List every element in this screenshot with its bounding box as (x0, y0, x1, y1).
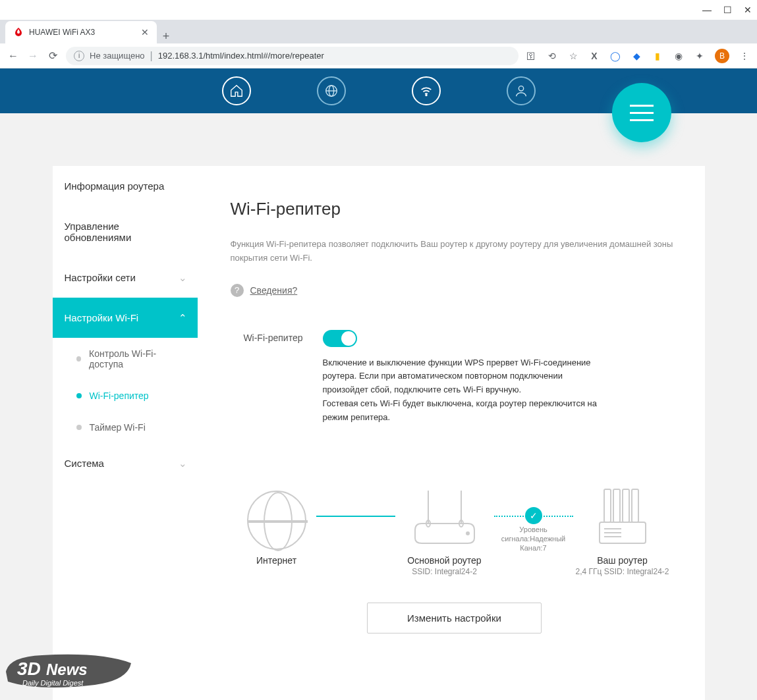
svg-rect-9 (604, 489, 611, 522)
sidebar-item-system[interactable]: Система ⌄ (53, 443, 198, 483)
sidebar-label: Настройки Wi-Fi (65, 312, 139, 323)
browser-tab[interactable]: HUAWEI WiFi AX3 ✕ (5, 21, 157, 43)
sidebar-label: Настройки сети (65, 272, 136, 283)
huawei-favicon (13, 27, 24, 38)
repeater-toggle[interactable] (323, 330, 357, 347)
svg-rect-10 (613, 489, 620, 522)
node-sublabel: SSID: Integral24-2 (412, 567, 477, 576)
node-label: Интернет (256, 555, 296, 566)
watermark: 3D News Daily Digital Digest (3, 649, 134, 697)
page-title: Wi-Fi-репитер (231, 199, 679, 219)
url-field[interactable]: i Не защищено | 192.168.3.1/html/index.h… (66, 47, 519, 65)
ext-x-icon[interactable]: X (588, 50, 600, 62)
circle-icon[interactable]: ◉ (673, 50, 685, 62)
tab-title: HUAWEI WiFi AX3 (29, 28, 136, 37)
sidebar-item-wifi-timer[interactable]: Таймер Wi-Fi (53, 412, 198, 443)
details-link[interactable]: Сведения? (250, 285, 298, 296)
chevron-down-icon: ⌄ (179, 272, 187, 284)
globe-icon (247, 491, 306, 550)
diamond-icon[interactable]: ◆ (631, 50, 642, 62)
page-background: Информация роутера Управление обновления… (0, 113, 757, 700)
key-icon[interactable]: ⚿ (525, 50, 537, 62)
sidebar-item-updates[interactable]: Управление обновлениями (53, 206, 198, 257)
nav-internet-icon[interactable] (317, 76, 346, 105)
chevron-up-icon: ⌃ (179, 312, 187, 324)
toggle-label: Wi-Fi-репитер (231, 330, 303, 343)
translate-icon[interactable]: ⟲ (546, 50, 558, 62)
node-your-router: Ваш роутер 2,4 ГГц SSID: Integral24-2 (573, 484, 672, 576)
save-button[interactable]: Изменить настройки (367, 603, 542, 633)
star-icon[interactable]: ☆ (567, 50, 579, 62)
svg-text:3D: 3D (17, 659, 41, 679)
divider: | (150, 50, 153, 62)
sidebar-item-router-info[interactable]: Информация роутера (53, 166, 198, 206)
svg-rect-12 (632, 489, 638, 522)
sidebar-item-network[interactable]: Настройки сети ⌄ (53, 257, 198, 298)
link-router-mesh: ✓ Уровень сигнала:Надежный Канал:7 (494, 516, 573, 553)
main-panel: Wi-Fi-репитер Функция Wi-Fi-репитера поз… (198, 166, 705, 700)
channel-label: Канал:7 (494, 543, 573, 552)
security-label: Не защищено (90, 51, 145, 61)
node-internet: Интернет (237, 484, 316, 566)
svg-rect-11 (623, 489, 629, 522)
sidebar-label: Система (65, 458, 104, 469)
sidebar-item-wifi-repeater[interactable]: Wi-Fi-репитер (53, 380, 198, 412)
sidebar-item-wifi[interactable]: Настройки Wi-Fi ⌃ (53, 298, 198, 338)
hamburger-menu-button[interactable] (612, 83, 671, 142)
window-controls: — ☐ ✕ (0, 0, 757, 20)
svg-point-3 (519, 86, 523, 91)
close-window-button[interactable]: ✕ (744, 5, 752, 15)
signal-label: Уровень сигнала:Надежный (494, 525, 573, 544)
page-description: Функция Wi-Fi-репитера позволяет подключ… (231, 238, 679, 265)
tab-bar: HUAWEI WiFi AX3 ✕ + (0, 20, 757, 43)
puzzle-icon[interactable]: ✦ (694, 50, 706, 62)
link-internet-router (316, 516, 395, 517)
router-icon (405, 484, 484, 550)
watermark-tagline: Daily Digital Digest (22, 679, 84, 687)
nav-wifi-icon[interactable] (412, 76, 441, 105)
tab-close-icon[interactable]: ✕ (141, 27, 149, 38)
user-badge[interactable]: B (715, 49, 729, 63)
toolbar-extensions: ⚿ ⟲ ☆ X ◯ ◆ ▮ ◉ ✦ B ⋮ (525, 49, 750, 63)
shield-icon[interactable]: ◯ (609, 50, 621, 62)
forward-button[interactable]: → (26, 50, 40, 62)
check-icon: ✓ (525, 507, 542, 524)
toggle-description-2: Гостевая сеть Wi-Fi будет выключена, ког… (323, 397, 600, 425)
question-icon: ? (231, 284, 244, 297)
node-sublabel: 2,4 ГГц SSID: Integral24-2 (576, 567, 669, 576)
router-mesh-icon (583, 484, 662, 550)
chevron-down-icon: ⌄ (179, 458, 187, 470)
nav-user-icon[interactable] (507, 76, 536, 105)
pin-icon[interactable]: ▮ (652, 50, 663, 62)
address-bar: ← → ⟳ i Не защищено | 192.168.3.1/html/i… (0, 43, 757, 68)
node-label: Ваш роутер (597, 555, 648, 566)
site-info-icon[interactable]: i (74, 51, 84, 61)
node-label: Основной роутер (407, 555, 481, 566)
top-nav (0, 68, 757, 113)
toggle-description-1: Включение и выключение функции WPS прерв… (323, 356, 600, 397)
svg-point-8 (466, 532, 469, 535)
watermark-brand: News (46, 660, 88, 678)
maximize-button[interactable]: ☐ (723, 5, 732, 15)
reload-button[interactable]: ⟳ (46, 49, 59, 62)
sidebar-item-wifi-access[interactable]: Контроль Wi-Fi-доступа (53, 338, 198, 380)
url-text: 192.168.3.1/html/index.html#/more/repeat… (158, 51, 324, 61)
topology-diagram: Интернет Основной роутер (231, 484, 679, 576)
menu-dots-icon[interactable]: ⋮ (739, 50, 750, 62)
sidebar: Информация роутера Управление обновления… (53, 166, 198, 700)
nav-home-icon[interactable] (222, 76, 251, 105)
back-button[interactable]: ← (7, 50, 20, 62)
new-tab-button[interactable]: + (157, 30, 175, 43)
node-main-router: Основной роутер SSID: Integral24-2 (395, 484, 494, 576)
minimize-button[interactable]: — (702, 5, 712, 15)
svg-point-2 (426, 95, 427, 96)
